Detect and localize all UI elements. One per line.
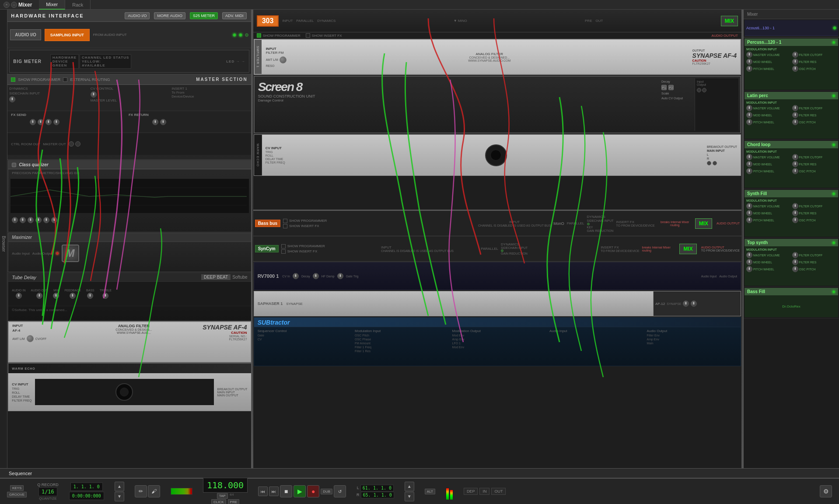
sequencer-tab[interactable]: Sequencer bbox=[3, 471, 37, 476]
dynamics-knob[interactable] bbox=[9, 96, 15, 102]
latin-pitch-knob[interactable] bbox=[746, 119, 752, 125]
topsynth-mod-knob[interactable] bbox=[746, 259, 752, 265]
adv-midi-btn[interactable]: ADV. MIDI bbox=[222, 12, 247, 19]
topsynth-res-knob[interactable] bbox=[792, 259, 798, 265]
show-programmer-chk[interactable] bbox=[11, 77, 15, 82]
synthfill-cutoff-knob[interactable] bbox=[792, 203, 798, 209]
syncym-prog-chk[interactable] bbox=[281, 244, 286, 248]
syncym-insert-chk[interactable] bbox=[281, 249, 286, 254]
cv-knob[interactable] bbox=[91, 91, 97, 98]
close-btn[interactable]: × bbox=[3, 2, 10, 8]
out-btn[interactable]: OUT bbox=[491, 488, 506, 495]
percuss-pitch-knob[interactable] bbox=[746, 66, 752, 72]
chord-vol-knob[interactable] bbox=[746, 154, 752, 160]
fast-forward-btn[interactable]: ⏭ bbox=[269, 486, 279, 496]
rewind-btn[interactable]: ⏮ bbox=[258, 486, 268, 496]
percuss-vol-knob[interactable] bbox=[746, 52, 752, 58]
chord-cutoff-knob[interactable] bbox=[792, 154, 798, 160]
audio-io-btn[interactable]: AUDIO I/O bbox=[125, 12, 150, 19]
eq-band5-knob[interactable] bbox=[43, 217, 49, 223]
latin-mod-knob[interactable] bbox=[746, 112, 752, 118]
eq-band6-knob[interactable] bbox=[51, 217, 57, 223]
fx-send-knob-1[interactable] bbox=[30, 119, 36, 125]
keys-btn[interactable]: KEYS bbox=[10, 485, 24, 491]
groove-btn[interactable]: GROOVE bbox=[7, 492, 27, 497]
percuss-res-knob[interactable] bbox=[792, 59, 798, 65]
chord-mod-knob[interactable] bbox=[746, 161, 752, 167]
synthfill-res-knob[interactable] bbox=[792, 210, 798, 216]
s25-meter-btn[interactable]: S25 METER bbox=[190, 12, 218, 19]
latin-vol-knob[interactable] bbox=[746, 105, 752, 111]
tubedelay-in-knob[interactable] bbox=[16, 293, 22, 299]
decay-btn-1[interactable]: P1 bbox=[661, 85, 667, 90]
latin-res-knob[interactable] bbox=[792, 112, 798, 118]
synthfill-osc-knob[interactable] bbox=[792, 217, 798, 223]
percuss-mod-knob[interactable] bbox=[746, 59, 752, 65]
alt-btn[interactable]: ALT bbox=[425, 489, 435, 494]
dep-btn[interactable]: DEP bbox=[464, 488, 478, 495]
quantize-value[interactable]: 1/16 bbox=[38, 487, 57, 496]
tubedelay-bass-knob[interactable] bbox=[87, 293, 93, 299]
eq-band1-knob[interactable] bbox=[12, 217, 18, 223]
topsynth-vol-knob[interactable] bbox=[746, 252, 752, 258]
ap12-knob-1[interactable] bbox=[683, 301, 689, 307]
rv7000-gate-knob[interactable] bbox=[337, 273, 343, 279]
browser-sidebar[interactable]: Browser bbox=[0, 10, 7, 478]
decay-btn-2[interactable]: P2 bbox=[668, 85, 674, 90]
sampling-input-btn[interactable]: SAMPLING INPUT bbox=[45, 29, 90, 41]
tubedelay-mix-knob[interactable] bbox=[53, 293, 59, 299]
left-pos-display[interactable]: 61. 1. 1. 0 bbox=[360, 485, 394, 491]
fx-send-knob-2[interactable] bbox=[38, 119, 44, 125]
topsynth-pitch-knob[interactable] bbox=[746, 266, 752, 272]
rv7000-decay-knob[interactable] bbox=[293, 273, 299, 279]
right-pos-display[interactable]: 65. 1. 1. 0 bbox=[361, 492, 394, 498]
latin-osc-knob[interactable] bbox=[792, 119, 798, 125]
lr-up-btn[interactable]: ▲ bbox=[405, 482, 414, 491]
percuss-osc-knob[interactable] bbox=[792, 66, 798, 72]
tubedelay-feedback-knob[interactable] bbox=[70, 293, 76, 299]
loop-btn[interactable]: ↺ bbox=[334, 485, 346, 497]
rv7000-hf-knob[interactable] bbox=[313, 273, 319, 279]
topsynth-cutoff-knob[interactable] bbox=[792, 252, 798, 258]
pre-btn[interactable]: PRE bbox=[228, 499, 239, 504]
show-prog-chk-303[interactable] bbox=[257, 33, 261, 38]
chord-res-knob[interactable] bbox=[792, 161, 798, 167]
position-up-btn[interactable]: ▲ bbox=[115, 482, 124, 491]
eq-band2-knob[interactable] bbox=[20, 217, 26, 223]
tab-mixer[interactable]: Mixer bbox=[39, 0, 65, 10]
bass-bus-insert-chk[interactable] bbox=[283, 224, 287, 228]
topsynth-osc-knob[interactable] bbox=[792, 266, 798, 272]
fx-return-knob-2[interactable] bbox=[160, 119, 166, 125]
settings-btn[interactable]: ⚙ bbox=[820, 485, 832, 497]
latin-cutoff-knob[interactable] bbox=[792, 105, 798, 111]
more-audio-btn[interactable]: MORE AUDIO bbox=[154, 12, 185, 19]
af4-amt-knob[interactable] bbox=[27, 335, 34, 342]
eq-power-btn[interactable] bbox=[12, 163, 16, 167]
ap12-knob-2[interactable] bbox=[691, 301, 697, 307]
pencil-tool-btn[interactable]: ✏ bbox=[135, 485, 147, 497]
percuss-cutoff-knob[interactable] bbox=[792, 52, 798, 58]
stop-btn[interactable]: ■ bbox=[280, 485, 292, 497]
synthfill-vol-knob[interactable] bbox=[746, 203, 752, 209]
position-bars[interactable]: 1. 1. 1. 0 bbox=[70, 483, 103, 491]
paint-tool-btn[interactable]: 🖌 bbox=[148, 485, 160, 497]
play-btn[interactable]: ▶ bbox=[294, 485, 306, 497]
eq-band4-knob[interactable] bbox=[35, 217, 42, 223]
position-time[interactable]: 0:00:00:000 bbox=[69, 492, 104, 500]
right-mixer-content[interactable]: Acousti...130 - 1 Percuss...120 - 1 MODU… bbox=[744, 19, 839, 478]
position-down-btn[interactable]: ▼ bbox=[115, 492, 124, 501]
in-btn[interactable]: IN bbox=[479, 488, 489, 495]
show-insert-chk-303[interactable] bbox=[306, 33, 310, 38]
record-btn[interactable]: ● bbox=[307, 485, 319, 497]
tubedelay-treble-knob[interactable] bbox=[102, 293, 108, 299]
minimize-btn[interactable]: – bbox=[11, 2, 17, 8]
click-btn[interactable]: CLICK bbox=[211, 499, 226, 504]
tempo-display[interactable]: 118.000 bbox=[203, 478, 248, 493]
tab-rack[interactable]: Rack bbox=[65, 0, 91, 10]
dub-btn[interactable]: DUB bbox=[321, 489, 332, 494]
fx-send-knob-4[interactable] bbox=[53, 119, 59, 125]
tubedelay-out-knob[interactable] bbox=[36, 293, 42, 299]
eq-band3-knob[interactable] bbox=[28, 217, 34, 223]
lr-down-btn[interactable]: ▼ bbox=[405, 492, 414, 501]
fx-return-knob-1[interactable] bbox=[152, 119, 158, 125]
